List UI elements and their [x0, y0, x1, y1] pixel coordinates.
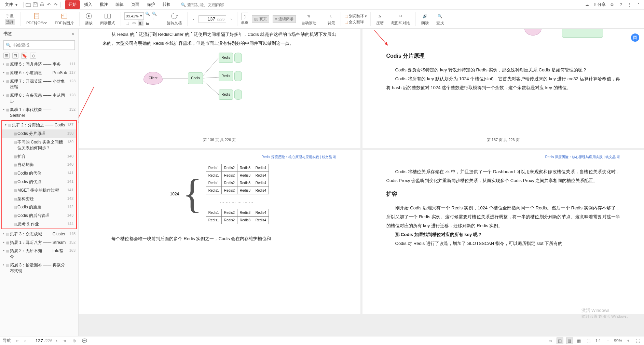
bookmark-item[interactable]: ▤不同的 Codis 实例之间槽位关系如何同步？139 — [2, 138, 76, 152]
print-icon[interactable] — [39, 2, 45, 8]
fit-width-icon[interactable]: ⬚ — [124, 20, 130, 26]
bookmark-outline-icon[interactable]: ◇ — [30, 53, 36, 59]
undo-icon[interactable]: ↶ — [46, 2, 52, 8]
bookmark-item[interactable]: ▸▤拓展 1：耳听八方 —— Stream152 — [0, 238, 78, 247]
bookmark-search-input[interactable] — [13, 43, 72, 47]
full-translate[interactable]: ⬚全文翻译 — [344, 19, 367, 25]
collapse-ribbon-icon[interactable]: ⌃ — [636, 2, 641, 8]
tab-protect[interactable]: 保护 — [143, 0, 159, 9]
page-input[interactable] — [199, 16, 216, 23]
read-mode[interactable]: 阅读模式 — [98, 11, 117, 27]
rotate-doc[interactable]: 旋转文档 — [165, 11, 184, 27]
compress-button[interactable]: ⇲压缩 — [374, 11, 386, 27]
zoom-in-icon[interactable]: 🔍₊ — [152, 13, 157, 19]
bookmark-item[interactable]: ▸▤原理 8：有备无患 —— 主从同步128 — [0, 91, 78, 106]
tab-edit[interactable]: 编辑 — [112, 0, 127, 9]
paragraph: Codis 要负责将特定的 key 转发到特定的 Redis 实例，那么这种对应… — [386, 66, 620, 74]
bookmark-search[interactable]: 🔍 — [3, 40, 75, 50]
zoom-out-status-icon[interactable]: − — [604, 337, 611, 344]
bookmark-item-selected[interactable]: ▤Codis 分片原理138 — [2, 129, 76, 138]
share-button[interactable]: ⇪分享 — [593, 2, 606, 8]
prev-page-icon[interactable]: ‹ — [22, 339, 28, 343]
auto-scroll[interactable]: ⇅自动滚动 — [299, 11, 318, 27]
pdf-to-office[interactable]: PDF转Office — [24, 11, 50, 27]
view-mode-3-icon[interactable]: ▥ — [566, 337, 573, 344]
bookmark-item[interactable]: ▤思考 & 作业144 — [2, 220, 76, 229]
tab-page[interactable]: 页面 — [128, 0, 143, 9]
view-mode-2-icon[interactable]: ◫ — [557, 337, 563, 344]
fullscreen-icon[interactable]: ⛶ — [634, 337, 641, 344]
bookmark-item[interactable]: ▤自动均衡140 — [2, 161, 76, 169]
next-page-icon[interactable]: › — [54, 339, 60, 343]
bookmark-item[interactable]: ▤Codis 的代价141 — [2, 169, 76, 178]
bookmark-item[interactable]: ▤Codis 的后台管理143 — [2, 211, 76, 220]
svg-rect-3 — [41, 3, 43, 4]
close-sidebar-icon[interactable]: ✕ — [71, 31, 75, 37]
word-translate[interactable]: ⬚划词翻译▾ — [344, 14, 367, 19]
bookmark-item[interactable]: ▾▤集群 2：分而治之 —— Codis137 — [2, 121, 76, 129]
gear-icon[interactable]: ⚙ — [609, 2, 615, 8]
floating-badge-icon[interactable]: 圆 — [631, 33, 639, 42]
zoom-out-icon[interactable]: 🔍₋ — [145, 13, 151, 19]
fit-page-icon[interactable]: ▭ — [131, 20, 137, 26]
global-search-input[interactable] — [187, 2, 228, 7]
continuous-view[interactable]: ≡连续阅读 — [273, 15, 296, 23]
bookmark-item[interactable]: ▸▤原理 5：同舟共济 —— 事务111 — [0, 60, 78, 69]
bookmark-item[interactable]: ▤扩容140 — [2, 152, 76, 161]
open-icon[interactable] — [26, 2, 31, 8]
find-button[interactable]: 🔍查找 — [434, 11, 446, 27]
bookmark-item[interactable]: ▸▤拓展 2：无所不知 —— Info指令163 — [0, 247, 78, 261]
tab-start[interactable]: 开始 — [65, 0, 80, 9]
prev-page-icon[interactable]: ‹ — [191, 16, 196, 22]
bookmark-item[interactable]: ▸▤拓展 3：拾遗漏补 —— 再谈分布式锁 — [0, 261, 78, 275]
tab-convert[interactable]: 转换 — [159, 0, 174, 9]
help-icon[interactable]: ? — [618, 2, 624, 8]
more-icon[interactable]: ⋮ — [627, 2, 632, 8]
svg-rect-5 — [61, 14, 67, 18]
first-page-icon[interactable]: ⇤ — [14, 339, 20, 343]
screenshot-compare[interactable]: ✂截图和对比 — [389, 11, 412, 27]
bookmark-item[interactable]: ▤MGET 指令的操作过程141 — [2, 186, 76, 195]
zoom-in-status-icon[interactable]: + — [625, 337, 632, 344]
comment-icon[interactable]: 💬 — [81, 337, 88, 344]
bookmark-icon[interactable]: 🔖 — [21, 53, 27, 59]
bookmark-item[interactable]: ▸▤集群 1：李代桃僵 —— Sentinel132 — [0, 106, 78, 120]
fit-height-icon[interactable]: ⬓ — [145, 20, 150, 26]
zoom-select[interactable]: 99.42%▾ — [124, 12, 144, 20]
background-button[interactable]: ☾背景 — [326, 11, 337, 27]
expand-all-icon[interactable]: ⊞ — [3, 53, 10, 59]
hand-tool[interactable]: 手型选择 — [3, 11, 17, 27]
collapse-all-icon[interactable]: ⊟ — [12, 53, 18, 59]
actual-icon[interactable]: 1:1 — [595, 337, 602, 344]
page-navigator: ‹ /226 › — [191, 15, 234, 23]
read-aloud[interactable]: 🔊朗读 — [419, 11, 431, 27]
save-icon[interactable] — [32, 2, 38, 8]
fit-icon[interactable]: ⬚ — [585, 337, 592, 344]
redo-icon[interactable]: ↷ — [53, 2, 58, 8]
file-menu[interactable]: 文件 ▾ — [3, 1, 21, 9]
pdf-to-image[interactable]: PDF转图片 — [53, 11, 76, 27]
svg-line-14 — [374, 30, 386, 44]
document-viewport[interactable]: 从 Redis 的广泛流行到 RedisCluster 的广泛使用之间相隔了好多… — [79, 29, 644, 336]
bookmark-item[interactable]: ▸▤原理 6：小道消息 —— PubSub117 — [0, 69, 78, 77]
play-button[interactable]: 播放 — [83, 11, 95, 27]
double-page-view[interactable]: ▯▯双页 — [252, 15, 269, 23]
bookmark-item[interactable]: ▤Codis 的优点141 — [2, 178, 76, 186]
next-page-icon[interactable]: › — [228, 16, 234, 22]
add-note-icon[interactable]: ⊕ — [71, 337, 78, 344]
cloud-sync-icon[interactable]: ☁ — [584, 2, 590, 8]
bookmark-item[interactable]: ▸▤集群 3：众志成城 —— Cluster145 — [0, 230, 78, 238]
chevron-down-icon: ▾ — [14, 2, 19, 8]
tab-insert[interactable]: 插入 — [81, 0, 96, 9]
view-mode-1-icon[interactable]: ▭ — [547, 337, 554, 344]
global-search[interactable]: 🔍 — [180, 2, 235, 8]
bookmark-item[interactable]: ▸▤原理 7：开源节流 —— 小对象压缩123 — [0, 77, 78, 92]
status-page-input[interactable] — [29, 338, 43, 343]
view-mode-4-icon[interactable]: ▦ — [576, 337, 583, 344]
bookmark-item[interactable]: ▤Codis 的尴尬142 — [2, 203, 76, 211]
last-page-icon[interactable]: ⇥ — [61, 339, 67, 343]
bookmark-item[interactable]: ▤架构变迁142 — [2, 195, 76, 203]
actual-size-icon[interactable]: ◧ — [138, 20, 143, 26]
single-page-view[interactable]: ▯单页 — [241, 13, 248, 25]
tab-annotate[interactable]: 批注 — [96, 0, 111, 9]
